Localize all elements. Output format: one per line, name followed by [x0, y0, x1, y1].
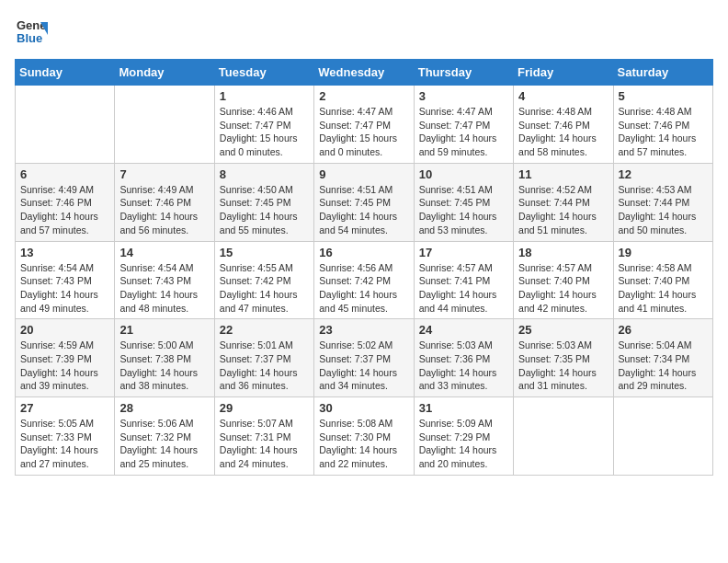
- day-content: Sunrise: 4:49 AM Sunset: 7:46 PM Dayligh…: [119, 183, 209, 237]
- calendar-cell: [16, 86, 115, 164]
- calendar-cell: [613, 397, 712, 476]
- day-number: 9: [319, 167, 408, 181]
- day-number: 26: [619, 323, 708, 337]
- calendar-cell: 3Sunrise: 4:47 AM Sunset: 7:47 PM Daylig…: [414, 86, 513, 164]
- calendar-cell: 2Sunrise: 4:47 AM Sunset: 7:47 PM Daylig…: [314, 86, 414, 164]
- day-number: 2: [319, 89, 408, 103]
- calendar-cell: 15Sunrise: 4:55 AM Sunset: 7:42 PM Dayli…: [214, 241, 313, 319]
- weekday-header: Saturday: [613, 60, 712, 86]
- weekday-header: Sunday: [16, 60, 115, 86]
- day-number: 1: [220, 89, 309, 103]
- calendar-cell: 18Sunrise: 4:57 AM Sunset: 7:40 PM Dayli…: [514, 241, 613, 319]
- day-number: 23: [319, 323, 408, 337]
- calendar-cell: 26Sunrise: 5:04 AM Sunset: 7:34 PM Dayli…: [613, 319, 712, 397]
- day-content: Sunrise: 4:56 AM Sunset: 7:42 PM Dayligh…: [319, 261, 408, 316]
- day-number: 24: [419, 323, 508, 337]
- day-number: 21: [119, 323, 209, 337]
- calendar-cell: [514, 397, 613, 476]
- calendar-header: SundayMondayTuesdayWednesdayThursdayFrid…: [16, 60, 713, 86]
- calendar-cell: 13Sunrise: 4:54 AM Sunset: 7:43 PM Dayli…: [16, 241, 115, 319]
- day-content: Sunrise: 4:51 AM Sunset: 7:45 PM Dayligh…: [419, 183, 508, 237]
- day-number: 8: [220, 167, 309, 181]
- calendar-cell: 1Sunrise: 4:46 AM Sunset: 7:47 PM Daylig…: [214, 86, 313, 164]
- calendar-cell: 7Sunrise: 4:49 AM Sunset: 7:46 PM Daylig…: [115, 163, 214, 241]
- day-content: Sunrise: 4:54 AM Sunset: 7:43 PM Dayligh…: [20, 261, 109, 316]
- calendar-cell: 5Sunrise: 4:48 AM Sunset: 7:46 PM Daylig…: [613, 86, 712, 164]
- day-content: Sunrise: 4:48 AM Sunset: 7:46 PM Dayligh…: [518, 105, 608, 159]
- day-content: Sunrise: 5:03 AM Sunset: 7:36 PM Dayligh…: [419, 339, 508, 393]
- day-number: 29: [220, 401, 309, 415]
- calendar-cell: 17Sunrise: 4:57 AM Sunset: 7:41 PM Dayli…: [414, 241, 513, 319]
- calendar-cell: 11Sunrise: 4:52 AM Sunset: 7:44 PM Dayli…: [514, 163, 613, 241]
- calendar-cell: 20Sunrise: 4:59 AM Sunset: 7:39 PM Dayli…: [16, 319, 115, 397]
- weekday-header: Monday: [115, 60, 214, 86]
- day-content: Sunrise: 4:58 AM Sunset: 7:40 PM Dayligh…: [619, 261, 708, 316]
- day-number: 13: [20, 246, 109, 259]
- calendar-table: SundayMondayTuesdayWednesdayThursdayFrid…: [15, 59, 713, 476]
- logo-icon: General Blue: [15, 15, 48, 48]
- day-content: Sunrise: 4:47 AM Sunset: 7:47 PM Dayligh…: [319, 105, 408, 159]
- calendar-cell: 25Sunrise: 5:03 AM Sunset: 7:35 PM Dayli…: [514, 319, 613, 397]
- day-number: 17: [419, 246, 508, 259]
- day-content: Sunrise: 4:52 AM Sunset: 7:44 PM Dayligh…: [518, 183, 608, 237]
- calendar-week-row: 27Sunrise: 5:05 AM Sunset: 7:33 PM Dayli…: [16, 397, 713, 476]
- day-number: 31: [419, 401, 508, 415]
- day-content: Sunrise: 4:59 AM Sunset: 7:39 PM Dayligh…: [20, 339, 109, 393]
- day-content: Sunrise: 5:02 AM Sunset: 7:37 PM Dayligh…: [319, 339, 408, 393]
- day-number: 16: [319, 246, 408, 259]
- day-number: 15: [220, 246, 309, 259]
- day-number: 3: [419, 89, 508, 103]
- calendar-cell: [115, 86, 214, 164]
- page-header: General Blue: [15, 15, 713, 48]
- day-content: Sunrise: 4:49 AM Sunset: 7:46 PM Dayligh…: [20, 183, 109, 237]
- calendar-week-row: 20Sunrise: 4:59 AM Sunset: 7:39 PM Dayli…: [16, 319, 713, 397]
- day-content: Sunrise: 4:57 AM Sunset: 7:40 PM Dayligh…: [518, 261, 608, 316]
- calendar-week-row: 13Sunrise: 4:54 AM Sunset: 7:43 PM Dayli…: [16, 241, 713, 319]
- day-content: Sunrise: 4:48 AM Sunset: 7:46 PM Dayligh…: [619, 105, 708, 159]
- day-content: Sunrise: 5:03 AM Sunset: 7:35 PM Dayligh…: [518, 339, 608, 393]
- day-content: Sunrise: 4:53 AM Sunset: 7:44 PM Dayligh…: [619, 183, 708, 237]
- calendar-cell: 10Sunrise: 4:51 AM Sunset: 7:45 PM Dayli…: [414, 163, 513, 241]
- calendar-cell: 27Sunrise: 5:05 AM Sunset: 7:33 PM Dayli…: [16, 397, 115, 476]
- day-number: 6: [20, 167, 109, 181]
- day-number: 22: [220, 323, 309, 337]
- calendar-cell: 22Sunrise: 5:01 AM Sunset: 7:37 PM Dayli…: [214, 319, 313, 397]
- calendar-cell: 31Sunrise: 5:09 AM Sunset: 7:29 PM Dayli…: [414, 397, 513, 476]
- calendar-cell: 24Sunrise: 5:03 AM Sunset: 7:36 PM Dayli…: [414, 319, 513, 397]
- calendar-week-row: 6Sunrise: 4:49 AM Sunset: 7:46 PM Daylig…: [16, 163, 713, 241]
- calendar-cell: 23Sunrise: 5:02 AM Sunset: 7:37 PM Dayli…: [314, 319, 414, 397]
- day-content: Sunrise: 5:06 AM Sunset: 7:32 PM Dayligh…: [119, 417, 209, 471]
- weekday-header: Wednesday: [314, 60, 414, 86]
- day-number: 20: [20, 323, 109, 337]
- day-number: 14: [119, 246, 209, 259]
- logo: General Blue: [15, 15, 48, 48]
- day-number: 30: [319, 401, 408, 415]
- calendar-cell: 14Sunrise: 4:54 AM Sunset: 7:43 PM Dayli…: [115, 241, 214, 319]
- calendar-cell: 28Sunrise: 5:06 AM Sunset: 7:32 PM Dayli…: [115, 397, 214, 476]
- calendar-cell: 21Sunrise: 5:00 AM Sunset: 7:38 PM Dayli…: [115, 319, 214, 397]
- weekday-header: Friday: [514, 60, 613, 86]
- day-content: Sunrise: 4:51 AM Sunset: 7:45 PM Dayligh…: [319, 183, 408, 237]
- day-content: Sunrise: 4:55 AM Sunset: 7:42 PM Dayligh…: [220, 261, 309, 316]
- day-number: 11: [518, 167, 608, 181]
- day-content: Sunrise: 4:47 AM Sunset: 7:47 PM Dayligh…: [419, 105, 508, 159]
- weekday-header: Tuesday: [214, 60, 313, 86]
- calendar-cell: 12Sunrise: 4:53 AM Sunset: 7:44 PM Dayli…: [613, 163, 712, 241]
- day-number: 12: [619, 167, 708, 181]
- calendar-cell: 4Sunrise: 4:48 AM Sunset: 7:46 PM Daylig…: [514, 86, 613, 164]
- day-content: Sunrise: 5:08 AM Sunset: 7:30 PM Dayligh…: [319, 417, 408, 471]
- day-content: Sunrise: 5:01 AM Sunset: 7:37 PM Dayligh…: [220, 339, 309, 393]
- calendar-week-row: 1Sunrise: 4:46 AM Sunset: 7:47 PM Daylig…: [16, 86, 713, 164]
- calendar-cell: 19Sunrise: 4:58 AM Sunset: 7:40 PM Dayli…: [613, 241, 712, 319]
- weekday-header: Thursday: [414, 60, 513, 86]
- day-number: 5: [619, 89, 708, 103]
- calendar-cell: 8Sunrise: 4:50 AM Sunset: 7:45 PM Daylig…: [214, 163, 313, 241]
- svg-text:Blue: Blue: [17, 31, 42, 45]
- day-content: Sunrise: 4:57 AM Sunset: 7:41 PM Dayligh…: [419, 261, 508, 316]
- day-number: 25: [518, 323, 608, 337]
- day-content: Sunrise: 5:04 AM Sunset: 7:34 PM Dayligh…: [619, 339, 708, 393]
- calendar-cell: 16Sunrise: 4:56 AM Sunset: 7:42 PM Dayli…: [314, 241, 414, 319]
- day-content: Sunrise: 4:54 AM Sunset: 7:43 PM Dayligh…: [119, 261, 209, 316]
- day-number: 27: [20, 401, 109, 415]
- calendar-cell: 29Sunrise: 5:07 AM Sunset: 7:31 PM Dayli…: [214, 397, 313, 476]
